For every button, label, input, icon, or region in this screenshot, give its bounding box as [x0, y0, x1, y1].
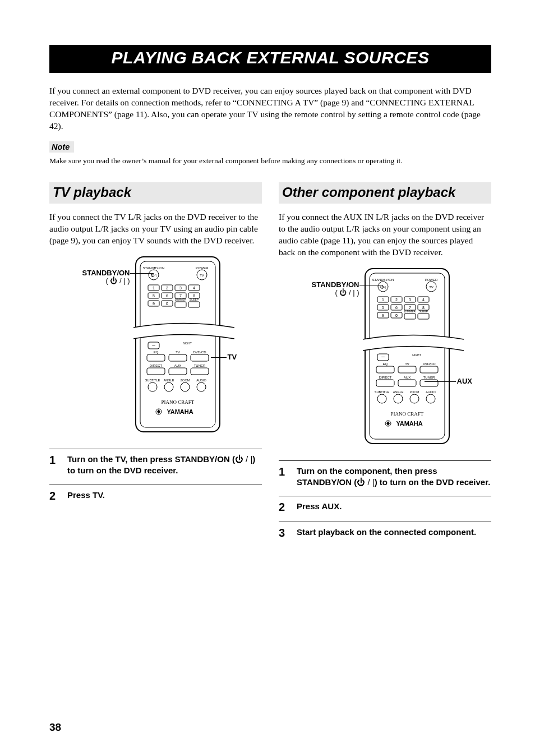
svg-text:3: 3: [179, 286, 182, 290]
callout-aux: AUX: [457, 377, 472, 385]
svg-text:STANDBY/ON: STANDBY/ON: [372, 278, 394, 282]
intro-paragraph: If you connect an external component to …: [49, 85, 491, 132]
svg-text:TUNER: TUNER: [193, 364, 205, 367]
svg-text:DIMMER: DIMMER: [404, 310, 416, 313]
callout-line: [425, 381, 456, 382]
callout-standby-on: STANDBY/ON ( ⏻ / | ): [298, 281, 359, 297]
callout-line: [211, 357, 227, 358]
callout-tv: TV: [228, 353, 237, 361]
step-text: Press TV.: [67, 490, 262, 503]
power-icon: ( ⏻ / | ): [105, 276, 130, 285]
svg-text:2: 2: [395, 298, 398, 302]
svg-text:TV: TV: [176, 351, 180, 354]
svg-text:AUX: AUX: [174, 364, 181, 367]
svg-text:DVD/CD: DVD/CD: [422, 362, 436, 366]
step-text: Start playback on the connected componen…: [297, 527, 491, 540]
step: 2 Press AUX.: [279, 496, 491, 522]
svg-text:1: 1: [382, 298, 384, 302]
svg-text:PIANO CRAFT: PIANO CRAFT: [161, 399, 194, 405]
svg-text:4: 4: [193, 286, 195, 290]
tv-playback-intro: If you connect the TV L/R jacks on the D…: [49, 211, 262, 247]
svg-text:8: 8: [422, 306, 425, 310]
step: 1 Turn on the TV, then press STANDBY/ON …: [49, 449, 262, 485]
svg-text:7: 7: [179, 294, 182, 298]
remote-figure-tv: STANDBY/ON ( ⏻ / | ) TV STANDBY/ON: [49, 255, 262, 434]
svg-text:6: 6: [395, 306, 398, 310]
svg-text:5: 5: [153, 294, 155, 298]
svg-text:4: 4: [422, 298, 425, 302]
svg-text:TUNER: TUNER: [423, 376, 435, 379]
svg-text:9: 9: [382, 314, 384, 317]
svg-text:–: –: [381, 353, 385, 359]
svg-text:NIGHT: NIGHT: [412, 353, 421, 357]
callout-line: [130, 273, 154, 274]
svg-text:YAMAHA: YAMAHA: [396, 420, 422, 427]
svg-text:ANGLE: ANGLE: [163, 379, 174, 382]
svg-text:SUBTITLE: SUBTITLE: [374, 390, 389, 394]
other-playback-intro: If you connect the AUX IN L/R jacks on t…: [279, 211, 491, 259]
svg-text:SLEEP: SLEEP: [189, 298, 199, 301]
power-icon: ( ⏻ / | ): [335, 288, 359, 297]
note-block: Note Make sure you read the owner’s manu…: [49, 141, 491, 166]
step: 3 Start playback on the connected compon…: [279, 522, 491, 547]
svg-text:⏻/|: ⏻/|: [380, 285, 385, 289]
svg-text:POWER: POWER: [425, 278, 437, 282]
step-number: 3: [279, 527, 289, 540]
svg-text:TV: TV: [405, 362, 409, 366]
step-number: 1: [279, 465, 289, 488]
svg-text:ANGLE: ANGLE: [393, 390, 403, 394]
svg-text:0: 0: [395, 314, 398, 317]
svg-text:5: 5: [382, 306, 384, 310]
svg-text:POWER: POWER: [195, 266, 208, 270]
other-playback-heading: Other component playback: [279, 182, 491, 204]
svg-text:ZOOM: ZOOM: [409, 390, 419, 394]
svg-text:1: 1: [153, 286, 155, 290]
step-number: 2: [49, 490, 59, 503]
callout-standby-label: STANDBY/ON: [82, 269, 130, 277]
step-text: Press AUX.: [297, 501, 491, 514]
svg-text:TV: TV: [429, 285, 433, 289]
callout-standby-label: STANDBY/ON: [312, 280, 359, 289]
step: 2 Press TV.: [49, 485, 262, 510]
svg-text:0: 0: [166, 302, 168, 306]
svg-text:DIRECT: DIRECT: [379, 376, 391, 379]
note-text: Make sure you read the owner’s manual fo…: [49, 156, 491, 166]
right-column: Other component playback If you connect …: [279, 182, 491, 547]
svg-text:3: 3: [409, 298, 411, 302]
columns: TV playback If you connect the TV L/R ja…: [49, 182, 491, 547]
step-text: Turn on the TV, then press STANDBY/ON (⏻…: [67, 454, 262, 477]
power-icon: ⏻ / |: [235, 454, 252, 464]
svg-text:AUX: AUX: [403, 376, 410, 379]
svg-text:DIRECT: DIRECT: [149, 364, 162, 367]
svg-text:7: 7: [409, 306, 411, 310]
remote-figure-aux: STANDBY/ON ( ⏻ / | ) AUX STANDBY/ON ⏻/|: [279, 266, 491, 446]
svg-text:SLEEP: SLEEP: [418, 310, 428, 313]
svg-text:ZOOM: ZOOM: [180, 379, 190, 382]
power-icon: ⏻ / |: [357, 477, 374, 487]
page-number: 38: [49, 721, 61, 734]
callout-standby-on: STANDBY/ON ( ⏻ / | ): [68, 269, 130, 285]
svg-text:⏻/|: ⏻/|: [150, 273, 156, 278]
callout-line: [359, 285, 383, 285]
svg-text:8: 8: [193, 294, 195, 298]
svg-text:DVD/CD: DVD/CD: [193, 351, 206, 354]
left-column: TV playback If you connect the TV L/R ja…: [49, 182, 262, 547]
svg-text:–: –: [152, 342, 155, 348]
svg-text:DIMMER: DIMMER: [174, 298, 186, 301]
svg-text:STANDBY/ON: STANDBY/ON: [142, 266, 164, 270]
svg-text:AUDIO: AUDIO: [196, 379, 206, 382]
step-number: 1: [49, 454, 59, 477]
svg-text:PIANO CRAFT: PIANO CRAFT: [390, 411, 423, 417]
page-title: PLAYING BACK EXTERNAL SOURCES: [49, 48, 491, 67]
svg-text:AUDIO: AUDIO: [426, 390, 436, 394]
svg-text:EQ: EQ: [153, 351, 158, 354]
svg-text:2: 2: [166, 286, 168, 290]
step-number: 2: [279, 501, 289, 514]
remote-illustration: STANDBY/ON ⏻/| POWER TV 1 2 3 4 5 6 7 8: [363, 266, 464, 446]
svg-text:SUBTITLE: SUBTITLE: [145, 379, 160, 382]
svg-text:NIGHT: NIGHT: [183, 342, 192, 345]
svg-text:6: 6: [166, 294, 168, 298]
tv-playback-heading: TV playback: [49, 182, 262, 204]
step-text: Turn on the component, then press STANDB…: [297, 465, 491, 488]
note-label: Note: [49, 141, 74, 153]
